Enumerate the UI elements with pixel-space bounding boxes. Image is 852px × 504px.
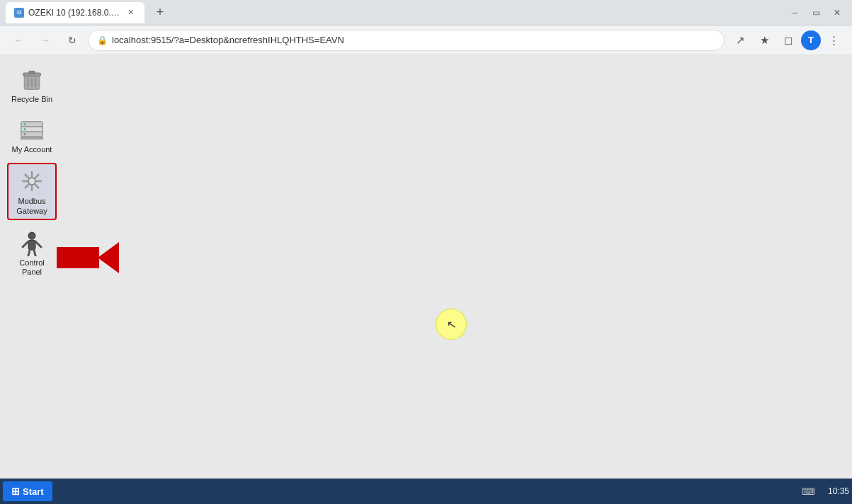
address-url: localhost:9515/?a=Desktop&ncrefreshIHLQH… [112, 35, 344, 45]
browser-title-bar: O OZEKI 10 (192.168.0.126) ✕ + – ▭ ✕ [0, 0, 852, 25]
svg-rect-21 [28, 240, 35, 250]
recycle-bin-icon [18, 65, 46, 93]
control-panel-label: Control Panel [10, 258, 54, 277]
recycle-bin-label: Recycle Bin [11, 95, 52, 104]
start-icon: ⊞ [11, 486, 20, 497]
taskbar-time: 10:35 [821, 486, 849, 496]
svg-line-23 [35, 241, 41, 247]
start-button[interactable]: ⊞ Start [3, 481, 52, 501]
desktop-icon-control-panel[interactable]: Control Panel [7, 226, 57, 280]
bookmark-button[interactable]: ★ [753, 29, 776, 52]
start-label: Start [23, 486, 44, 497]
desktop-icons: Recycle Bin My Account [7, 62, 57, 280]
desktop-icon-modbus-gateway[interactable]: Modbus Gateway [7, 163, 57, 219]
taskbar-right: ⌨ 10:35 [802, 486, 849, 497]
svg-point-11 [24, 128, 26, 130]
forward-button[interactable]: → [34, 29, 57, 52]
desktop-icon-my-account[interactable]: My Account [7, 113, 57, 157]
taskbar: ⊞ Start ⌨ 10:35 [0, 479, 852, 504]
restore-button[interactable]: ▭ [807, 4, 825, 22]
menu-button[interactable]: ⋮ [822, 29, 845, 52]
arrow-indicator [57, 242, 119, 273]
desktop-icon-recycle-bin[interactable]: Recycle Bin [7, 62, 57, 107]
desktop: Recycle Bin My Account [0, 55, 852, 479]
svg-line-25 [34, 250, 35, 256]
svg-line-22 [23, 241, 28, 247]
new-tab-button[interactable]: + [150, 3, 170, 23]
control-panel-icon [18, 229, 46, 257]
toolbar-actions: ↗ ★ ◻ T ⋮ [729, 29, 845, 52]
browser-tab[interactable]: O OZEKI 10 (192.168.0.126) ✕ [6, 2, 144, 23]
svg-line-24 [28, 250, 30, 256]
arrow-body [57, 247, 99, 268]
my-account-label: My Account [12, 145, 52, 154]
share-button[interactable]: ↗ [729, 29, 751, 52]
browser-toolbar: ← → ↻ 🔒 localhost:9515/?a=Desktop&ncrefr… [0, 25, 852, 55]
cursor-arrow-icon: ↖ [445, 317, 457, 332]
my-account-icon [18, 115, 46, 144]
svg-point-10 [24, 123, 26, 125]
tab-title: OZEKI 10 (192.168.0.126) [28, 8, 120, 18]
minimize-button[interactable]: – [785, 4, 804, 22]
cursor-indicator: ↖ [436, 309, 467, 340]
arrow-head [98, 242, 119, 273]
address-bar[interactable]: 🔒 localhost:9515/?a=Desktop&ncrefreshIHL… [88, 30, 725, 51]
svg-point-20 [28, 232, 35, 239]
profile-button[interactable]: T [801, 30, 821, 50]
modbus-gateway-label: Modbus Gateway [16, 197, 47, 215]
system-tray: ⌨ [802, 486, 815, 497]
modbus-gateway-icon [18, 167, 46, 195]
back-button[interactable]: ← [7, 29, 30, 52]
tab-favicon: O [14, 8, 24, 18]
svg-point-12 [24, 133, 26, 135]
tab-close-button[interactable]: ✕ [125, 7, 136, 18]
svg-rect-13 [21, 137, 43, 139]
close-button[interactable]: ✕ [828, 4, 846, 22]
keyboard-icon[interactable]: ⌨ [802, 486, 815, 497]
svg-rect-2 [29, 71, 35, 74]
svg-point-19 [28, 178, 35, 185]
address-lock-icon: 🔒 [97, 35, 108, 45]
reload-button[interactable]: ↻ [61, 29, 84, 52]
browser-extension-button[interactable]: ◻ [777, 29, 800, 52]
window-controls: – ▭ ✕ [785, 4, 846, 22]
